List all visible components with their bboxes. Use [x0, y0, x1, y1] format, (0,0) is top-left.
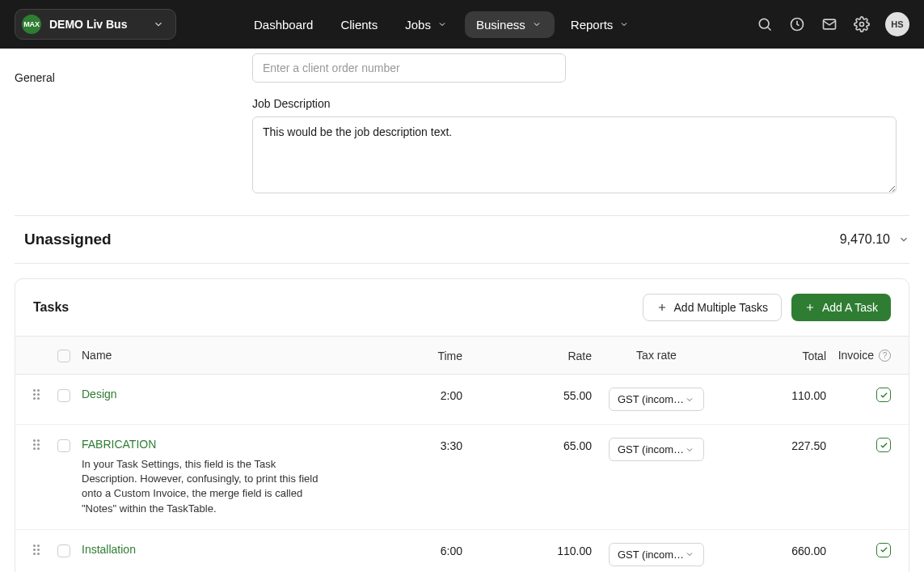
time-cell: 6:00 — [365, 543, 462, 557]
task-name-link[interactable]: Design — [82, 388, 365, 400]
sidebar-item-general[interactable]: General — [15, 71, 55, 84]
form-section: Job Description This would be the job de… — [252, 53, 909, 196]
time-cell: 2:00 — [365, 388, 462, 402]
job-description-textarea[interactable]: This would be the job description text. — [252, 117, 897, 193]
svg-point-0 — [759, 19, 769, 28]
nav-business[interactable]: Business — [465, 11, 555, 38]
tasks-card: Tasks Add Multiple Tasks Add A Task — [15, 278, 909, 572]
name-cell: Installation — [82, 543, 365, 556]
name-cell: FABRICATION In your Task Settings, this … — [82, 438, 365, 516]
row-checkbox[interactable] — [57, 389, 70, 402]
top-navigation: MAX DEMO Liv Bus Dashboard Clients Jobs … — [0, 0, 924, 49]
tax-rate-select[interactable]: GST (income... — [609, 543, 704, 566]
taxrate-cell: GST (income... — [592, 438, 721, 461]
org-badge: MAX — [22, 15, 41, 34]
invoice-cell — [826, 543, 891, 557]
plus-icon — [804, 302, 816, 313]
org-name: DEMO Liv Bus — [49, 18, 145, 31]
chevron-down-icon — [437, 19, 449, 30]
tasks-card-header: Tasks Add Multiple Tasks Add A Task — [15, 279, 909, 337]
total-cell: 110.00 — [721, 388, 826, 402]
tax-rate-value: GST (income... — [618, 443, 685, 455]
invoice-cell — [826, 438, 891, 452]
plus-icon — [656, 302, 668, 313]
task-name-link[interactable]: FABRICATION — [82, 438, 365, 451]
checkbox-cell — [57, 438, 82, 452]
col-rate-header: Rate — [462, 348, 592, 362]
chevron-down-icon — [685, 444, 695, 455]
checkbox-cell — [57, 543, 82, 557]
rate-cell: 65.00 — [462, 438, 592, 452]
invoice-checkbox[interactable] — [876, 543, 891, 557]
nav-reports-label: Reports — [571, 18, 614, 32]
section-total[interactable]: 9,470.10 — [840, 232, 909, 247]
help-icon[interactable]: ? — [879, 350, 891, 362]
chevron-down-icon — [619, 19, 631, 30]
invoice-cell — [826, 388, 891, 402]
gear-icon[interactable] — [853, 15, 871, 33]
drag-handle-icon[interactable] — [33, 389, 40, 400]
select-all-checkbox[interactable] — [57, 350, 70, 362]
divider — [15, 263, 909, 264]
section-title: Unassigned — [24, 231, 112, 248]
mail-icon[interactable] — [821, 15, 838, 33]
invoice-checkbox[interactable] — [876, 438, 891, 452]
add-task-label: Add A Task — [822, 301, 878, 314]
nav-reports[interactable]: Reports — [559, 11, 643, 38]
total-cell: 660.00 — [721, 543, 826, 557]
col-name-header: Name — [82, 349, 365, 362]
drag-handle-cell — [33, 543, 57, 555]
taxrate-cell: GST (income... — [592, 388, 721, 411]
col-spacer — [33, 354, 57, 356]
nav-dashboard[interactable]: Dashboard — [243, 11, 324, 38]
rate-cell: 55.00 — [462, 388, 592, 402]
chevron-down-icon — [532, 19, 543, 30]
svg-point-4 — [860, 23, 864, 27]
tax-rate-select[interactable]: GST (income... — [609, 388, 704, 411]
topnav-right: HS — [756, 12, 909, 36]
client-order-input[interactable] — [252, 53, 566, 83]
search-icon[interactable] — [756, 15, 774, 33]
nav-business-label: Business — [476, 18, 525, 32]
col-total-header: Total — [721, 348, 826, 362]
add-multiple-tasks-label: Add Multiple Tasks — [674, 301, 768, 314]
tasks-actions: Add Multiple Tasks Add A Task — [643, 294, 891, 321]
nav-jobs[interactable]: Jobs — [394, 11, 460, 38]
clock-icon[interactable] — [788, 15, 806, 33]
chevron-down-icon — [685, 549, 695, 560]
col-invoice-label: Invoice — [838, 349, 874, 362]
row-checkbox[interactable] — [57, 439, 70, 452]
invoice-checkbox[interactable] — [876, 388, 891, 402]
nav-links: Dashboard Clients Jobs Business Reports — [243, 11, 746, 38]
drag-handle-icon[interactable] — [33, 439, 40, 450]
add-task-button[interactable]: Add A Task — [791, 294, 891, 321]
name-cell: Design — [82, 388, 365, 400]
taxrate-cell: GST (income... — [592, 543, 721, 566]
rate-cell: 110.00 — [462, 543, 592, 557]
org-selector[interactable]: MAX DEMO Liv Bus — [15, 9, 176, 40]
chevron-down-icon — [685, 394, 695, 405]
avatar[interactable]: HS — [885, 12, 909, 36]
divider — [15, 215, 909, 216]
row-checkbox[interactable] — [57, 544, 70, 557]
drag-handle-icon[interactable] — [33, 544, 40, 555]
section-header: Unassigned 9,470.10 — [15, 231, 909, 263]
table-row: FABRICATION In your Task Settings, this … — [15, 425, 909, 530]
job-description-label: Job Description — [252, 97, 909, 110]
section-total-value: 9,470.10 — [840, 232, 890, 247]
svg-line-1 — [768, 28, 771, 31]
drag-handle-cell — [33, 388, 57, 400]
col-invoice-header: Invoice ? — [826, 349, 891, 362]
add-multiple-tasks-button[interactable]: Add Multiple Tasks — [643, 294, 782, 321]
tax-rate-value: GST (income... — [618, 549, 685, 561]
nav-jobs-label: Jobs — [405, 18, 431, 32]
nav-clients[interactable]: Clients — [329, 11, 389, 38]
tasks-title: Tasks — [33, 300, 69, 315]
checkbox-cell — [57, 388, 82, 402]
table-row: Design 2:00 55.00 GST (income... 110.00 — [15, 375, 909, 425]
tax-rate-select[interactable]: GST (income... — [609, 438, 704, 461]
time-cell: 3:30 — [365, 438, 462, 452]
total-cell: 227.50 — [721, 438, 826, 452]
task-name-link[interactable]: Installation — [82, 543, 365, 556]
chevron-down-icon — [153, 19, 164, 30]
